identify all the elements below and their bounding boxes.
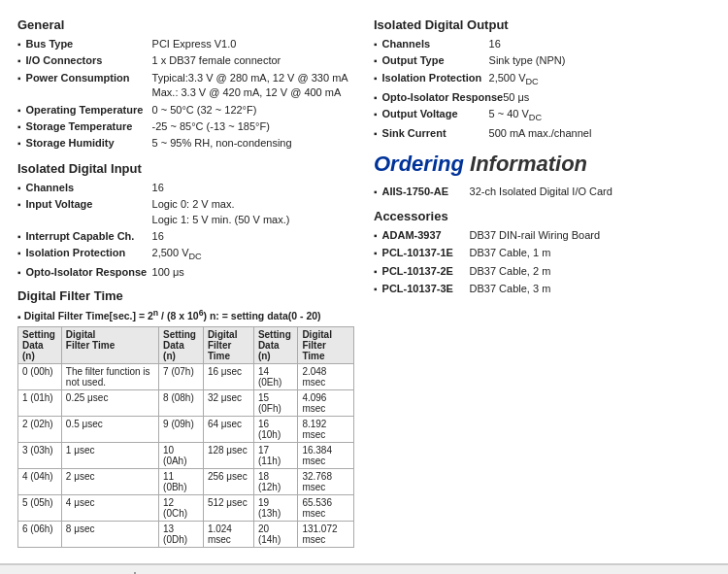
- list-item: ▪ Channels 16: [374, 37, 711, 51]
- order-value: DB37 Cable, 3 m: [470, 282, 711, 296]
- order-label: ADAM-3937: [382, 228, 470, 243]
- bullet-icon: ▪: [374, 108, 378, 121]
- table-cell: 4 μsec: [61, 495, 158, 522]
- isolated-output-title: Isolated Digital Output: [374, 17, 711, 32]
- order-value: DB37 DIN-rail Wiring Board: [470, 228, 711, 243]
- table-cell: 16.384 msec: [298, 443, 354, 469]
- table-cell: 0.25 μsec: [61, 390, 158, 417]
- table-cell: 11 (0Bh): [159, 469, 204, 495]
- spec-label: Opto-Isolator Response: [382, 90, 504, 105]
- table-cell: 9 (09h): [159, 417, 204, 443]
- order-label: PCL-10137-2E: [382, 264, 470, 279]
- ordering-brand-text: Ordering: [374, 152, 464, 176]
- bullet-icon: ▪: [374, 186, 378, 199]
- table-cell: 2 (02h): [18, 417, 62, 443]
- spec-value: 1 x DB37 female connector: [152, 53, 354, 68]
- table-cell: 0 (00h): [18, 364, 62, 390]
- isolated-input-list: ▪ Channels 16 ▪ Input Voltage Logic 0: 2…: [17, 181, 354, 281]
- list-item: ▪ Interrupt Capable Ch. 16: [17, 229, 354, 244]
- table-cell: 14 (0Eh): [253, 364, 298, 390]
- spec-label: Power Consumption: [26, 71, 152, 85]
- table-cell: 6 (06h): [18, 522, 62, 548]
- spec-value: -25 ~ 85°C (-13 ~ 185°F): [152, 119, 354, 134]
- order-label: PCL-10137-1E: [382, 246, 470, 260]
- filter-table: SettingData (n) DigitalFilter Time Setti…: [17, 326, 354, 548]
- list-item: ▪ Isolation Protection 2,500 VDC: [374, 71, 711, 88]
- formula-text: Digital Filter Time[sec.] = 2n / (8 x 10…: [24, 310, 321, 321]
- filter-section: Digital Filter Time ▪ Digital Filter Tim…: [17, 288, 354, 549]
- order-label: AIIS-1750-AE: [382, 185, 470, 199]
- bullet-icon: ▪: [17, 198, 21, 212]
- col-header: SettingData (n): [253, 327, 298, 364]
- table-cell: 4 (04h): [18, 469, 62, 495]
- table-cell: 3 (03h): [18, 443, 62, 469]
- bullet-icon: ▪: [374, 283, 378, 296]
- bullet-icon: ▪: [374, 127, 378, 141]
- table-cell: 64 μsec: [203, 417, 253, 443]
- list-item: ▪ Input Voltage Logic 0: 2 V max. Logic …: [17, 197, 354, 227]
- spec-value: 16: [489, 37, 711, 51]
- list-item: ▪ PCL-10137-2E DB37 Cable, 2 m: [374, 264, 711, 279]
- spec-value: 16: [152, 229, 354, 244]
- spec-value: 0 ~ 50°C (32 ~ 122°F): [152, 103, 354, 118]
- bullet-icon: ▪: [17, 137, 21, 151]
- table-cell: 5 (05h): [18, 495, 62, 522]
- table-header-row: SettingData (n) DigitalFilter Time Setti…: [18, 327, 354, 364]
- list-item: ▪ Storage Humidity 5 ~ 95% RH, non-conde…: [17, 136, 354, 151]
- table-cell: 131.072 msec: [298, 522, 354, 548]
- accessories-list: ▪ ADAM-3937 DB37 DIN-rail Wiring Board ▪…: [374, 228, 711, 297]
- col-header: DigitalFilter Time: [61, 327, 158, 364]
- spec-label: Isolation Protection: [382, 71, 489, 85]
- general-title: General: [17, 17, 354, 32]
- accessories-title: Accessories: [374, 209, 711, 223]
- bullet-icon: ▪: [17, 38, 21, 51]
- list-item: ▪ ADAM-3937 DB37 DIN-rail Wiring Board: [374, 228, 711, 243]
- spec-label: Output Voltage: [382, 107, 489, 121]
- table-cell: 17 (11h): [253, 443, 298, 469]
- order-value: DB37 Cable, 1 m: [470, 246, 711, 260]
- table-row: 0 (00h)The filter function is not used.7…: [18, 364, 354, 390]
- spec-value: Sink type (NPN): [489, 53, 711, 68]
- spec-label: Opto-Isolator Response: [26, 265, 152, 280]
- spec-label: Isolation Protection: [26, 246, 152, 260]
- order-value: 32-ch Isolated Digital I/O Card: [470, 185, 711, 199]
- table-cell: 8 (08h): [159, 390, 204, 417]
- spec-value: 5 ~ 95% RH, non-condensing: [152, 136, 354, 151]
- ordering-list: ▪ AIIS-1750-AE 32-ch Isolated Digital I/…: [374, 185, 711, 199]
- spec-label: Output Type: [382, 53, 489, 68]
- ordering-title: Ordering Information: [374, 152, 711, 177]
- col-header: SettingData (n): [159, 327, 204, 364]
- table-cell: 1 (01h): [18, 390, 62, 417]
- filter-formula: ▪ Digital Filter Time[sec.] = 2n / (8 x …: [17, 308, 354, 322]
- bullet-icon: ▪: [374, 91, 378, 105]
- table-cell: 32.768 msec: [298, 469, 354, 495]
- table-cell: 13 (0Dh): [159, 522, 204, 548]
- bullet-icon: ▪: [374, 54, 378, 68]
- bullet-icon: ▪: [374, 38, 378, 51]
- list-item: ▪ Opto-Isolator Response 50 μs: [374, 90, 711, 105]
- spec-label: Storage Temperature: [26, 119, 152, 134]
- table-cell: 128 μsec: [203, 443, 253, 469]
- bullet-icon: ▪: [17, 247, 21, 260]
- col-header: DigitalFilter Time: [203, 327, 253, 364]
- table-cell: 0.5 μsec: [61, 417, 158, 443]
- table-cell: 1.024 msec: [203, 522, 253, 548]
- table-cell: 18 (12h): [253, 469, 298, 495]
- col-header: SettingData (n): [18, 327, 62, 364]
- list-item: ▪ Bus Type PCI Express V1.0: [17, 37, 354, 51]
- bullet-icon: ▪: [17, 182, 21, 195]
- isolated-output-list: ▪ Channels 16 ▪ Output Type Sink type (N…: [374, 37, 711, 142]
- bullet-icon: ▪: [17, 266, 21, 280]
- table-cell: 8.192 msec: [298, 417, 354, 443]
- table-cell: 15 (0Fh): [253, 390, 298, 417]
- spec-label: Channels: [382, 37, 489, 51]
- table-cell: 16 μsec: [203, 364, 253, 390]
- spec-value: 5 ~ 40 VDC: [489, 107, 711, 124]
- filter-title: Digital Filter Time: [17, 288, 354, 303]
- table-row: 6 (06h)8 μsec13 (0Dh)1.024 msec20 (14h)1…: [18, 522, 354, 548]
- list-item: ▪ Channels 16: [17, 181, 354, 195]
- bullet-icon: ▪: [17, 104, 21, 118]
- spec-label: Channels: [26, 181, 152, 195]
- bullet-icon: ▪: [374, 72, 378, 85]
- spec-value: 2,500 VDC: [489, 71, 711, 88]
